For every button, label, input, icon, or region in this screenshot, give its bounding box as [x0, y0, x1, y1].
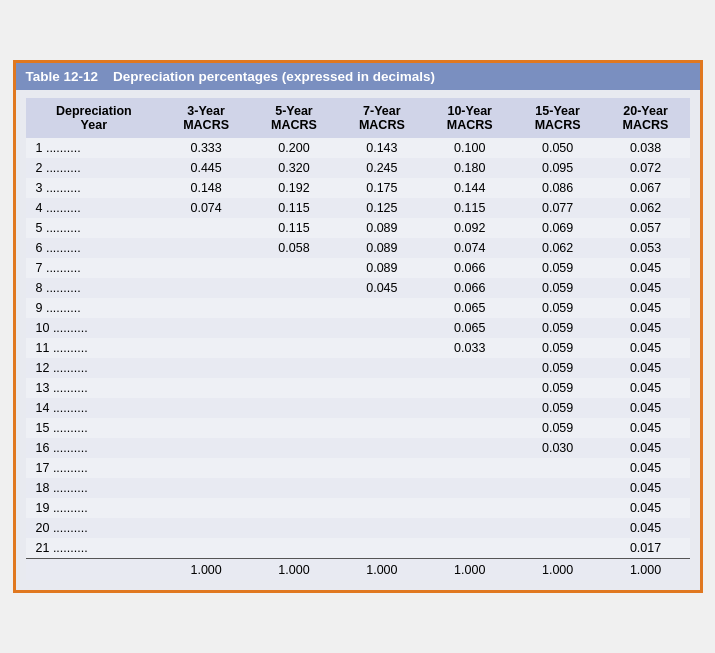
value-cell — [426, 478, 514, 498]
value-cell: 0.045 — [602, 518, 690, 538]
value-cell — [250, 438, 338, 458]
value-cell: 0.059 — [514, 278, 602, 298]
year-cell: 21 .......... — [26, 538, 163, 559]
year-cell: 18 .......... — [26, 478, 163, 498]
header-year: DepreciationYear — [26, 98, 163, 138]
value-cell: 0.045 — [602, 298, 690, 318]
year-cell: 9 .......... — [26, 298, 163, 318]
table-id: Table 12-12 — [26, 69, 99, 84]
value-cell: 0.045 — [602, 438, 690, 458]
value-cell: 0.180 — [426, 158, 514, 178]
value-cell: 0.074 — [162, 198, 250, 218]
value-cell — [338, 338, 426, 358]
table-row: 3 ..........0.1480.1920.1750.1440.0860.0… — [26, 178, 690, 198]
year-cell: 7 .......... — [26, 258, 163, 278]
value-cell — [338, 418, 426, 438]
table-description: Depreciation percentages (expressed in d… — [113, 69, 435, 84]
value-cell: 0.245 — [338, 158, 426, 178]
value-cell: 0.045 — [602, 498, 690, 518]
table-row: 16 ..........0.0300.045 — [26, 438, 690, 458]
value-cell: 0.062 — [602, 198, 690, 218]
value-cell: 0.125 — [338, 198, 426, 218]
value-cell — [250, 418, 338, 438]
year-cell: 1 .......... — [26, 138, 163, 158]
value-cell — [162, 218, 250, 238]
total-row: 1.0001.0001.0001.0001.0001.000 — [26, 559, 690, 581]
year-cell: 4 .......... — [26, 198, 163, 218]
value-cell: 0.144 — [426, 178, 514, 198]
value-cell: 0.045 — [602, 398, 690, 418]
total-value: 1.000 — [514, 559, 602, 581]
value-cell — [162, 398, 250, 418]
total-value: 1.000 — [250, 559, 338, 581]
value-cell: 0.045 — [602, 478, 690, 498]
value-cell — [338, 438, 426, 458]
value-cell — [250, 478, 338, 498]
table-row: 20 ..........0.045 — [26, 518, 690, 538]
total-value: 1.000 — [162, 559, 250, 581]
table-row: 17 ..........0.045 — [26, 458, 690, 478]
value-cell — [162, 538, 250, 559]
value-cell — [514, 498, 602, 518]
year-cell: 5 .......... — [26, 218, 163, 238]
value-cell: 0.058 — [250, 238, 338, 258]
total-value: 1.000 — [602, 559, 690, 581]
year-cell: 2 .......... — [26, 158, 163, 178]
table-row: 11 ..........0.0330.0590.045 — [26, 338, 690, 358]
value-cell: 0.045 — [602, 258, 690, 278]
table-row: 21 ..........0.017 — [26, 538, 690, 559]
value-cell — [338, 458, 426, 478]
value-cell — [162, 518, 250, 538]
value-cell — [250, 458, 338, 478]
table-container: Table 12-12 Depreciation percentages (ex… — [13, 60, 703, 593]
value-cell — [338, 478, 426, 498]
value-cell — [162, 238, 250, 258]
value-cell — [250, 518, 338, 538]
value-cell: 0.072 — [602, 158, 690, 178]
year-cell: 20 .......... — [26, 518, 163, 538]
value-cell — [338, 518, 426, 538]
table-row: 14 ..........0.0590.045 — [26, 398, 690, 418]
value-cell: 0.089 — [338, 258, 426, 278]
value-cell: 0.038 — [602, 138, 690, 158]
value-cell — [338, 398, 426, 418]
value-cell: 0.148 — [162, 178, 250, 198]
value-cell: 0.045 — [602, 418, 690, 438]
table-row: 6 ..........0.0580.0890.0740.0620.053 — [26, 238, 690, 258]
table-wrapper: DepreciationYear 3-YearMACRS 5-YearMACRS… — [16, 90, 700, 590]
value-cell: 0.115 — [426, 198, 514, 218]
header-7year: 7-YearMACRS — [338, 98, 426, 138]
value-cell — [250, 318, 338, 338]
value-cell: 0.320 — [250, 158, 338, 178]
value-cell — [426, 438, 514, 458]
value-cell — [250, 298, 338, 318]
table-row: 8 ..........0.0450.0660.0590.045 — [26, 278, 690, 298]
year-cell: 6 .......... — [26, 238, 163, 258]
year-cell: 12 .......... — [26, 358, 163, 378]
year-cell: 3 .......... — [26, 178, 163, 198]
value-cell: 0.017 — [602, 538, 690, 559]
value-cell — [426, 378, 514, 398]
value-cell: 0.066 — [426, 278, 514, 298]
value-cell: 0.059 — [514, 418, 602, 438]
value-cell: 0.045 — [338, 278, 426, 298]
table-title: Table 12-12 Depreciation percentages (ex… — [16, 63, 700, 90]
value-cell — [426, 418, 514, 438]
value-cell — [338, 538, 426, 559]
value-cell — [250, 398, 338, 418]
value-cell: 0.045 — [602, 278, 690, 298]
value-cell: 0.077 — [514, 198, 602, 218]
value-cell: 0.050 — [514, 138, 602, 158]
table-row: 13 ..........0.0590.045 — [26, 378, 690, 398]
table-row: 19 ..........0.045 — [26, 498, 690, 518]
value-cell: 0.192 — [250, 178, 338, 198]
value-cell: 0.445 — [162, 158, 250, 178]
value-cell: 0.143 — [338, 138, 426, 158]
value-cell — [162, 458, 250, 478]
value-cell: 0.045 — [602, 358, 690, 378]
value-cell — [250, 538, 338, 559]
value-cell — [426, 498, 514, 518]
value-cell — [338, 378, 426, 398]
header-row: DepreciationYear 3-YearMACRS 5-YearMACRS… — [26, 98, 690, 138]
table-row: 18 ..........0.045 — [26, 478, 690, 498]
